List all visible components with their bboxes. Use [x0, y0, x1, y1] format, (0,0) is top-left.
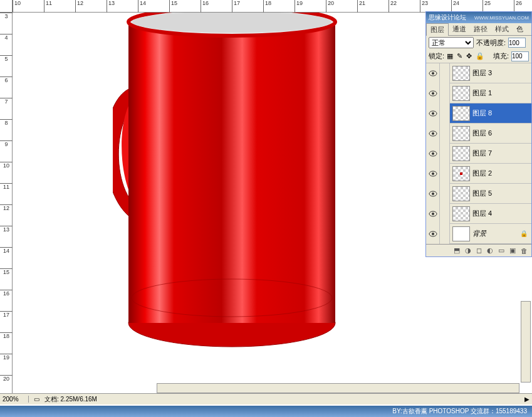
fill-label: 填充: — [493, 51, 509, 61]
visibility-toggle[interactable] — [426, 103, 440, 124]
zoom-level[interactable]: 200% — [3, 396, 29, 403]
lock-transparency-icon[interactable]: ▦ — [447, 52, 453, 60]
layer-name[interactable]: 图层 7 — [472, 149, 531, 158]
layer-name[interactable]: 背景 — [472, 229, 520, 238]
layer-thumbnail[interactable] — [452, 186, 470, 201]
new-group-icon[interactable]: ▭ — [498, 246, 504, 255]
ruler-horizontal[interactable]: 1011121314151617181920212223242526 — [13, 0, 532, 13]
layer-style-icon[interactable]: ◑ — [465, 246, 471, 255]
ruler-h-tick: 17 — [232, 0, 240, 13]
visibility-toggle[interactable] — [426, 224, 440, 244]
lock-all-icon[interactable]: 🔒 — [476, 52, 484, 60]
link-cell[interactable] — [440, 144, 450, 164]
doc-size-icon[interactable]: ▭ — [34, 396, 39, 403]
layer-row[interactable]: 图层 4 — [426, 204, 531, 224]
ruler-v-tick: 18 — [0, 332, 13, 339]
footer-credit: BY:古欲香薰 PHOTOSHOP 交流群：155189433 — [0, 406, 532, 417]
ruler-h-tick: 25 — [482, 0, 491, 13]
vertical-scrollbar[interactable] — [521, 301, 531, 383]
fill-input[interactable] — [511, 51, 529, 61]
layer-thumbnail[interactable] — [452, 166, 470, 181]
layer-row[interactable]: 图层 2 — [426, 164, 531, 184]
ruler-h-tick: 16 — [201, 0, 209, 13]
lock-fill-row: 锁定: ▦ ✎ ✥ 🔒 填充: — [426, 50, 531, 63]
link-cell[interactable] — [440, 164, 450, 184]
panel-footer: ⬒ ◑ ◻ ◐ ▭ ▣ 🗑 — [426, 244, 531, 256]
layer-mask-icon[interactable]: ◻ — [476, 246, 482, 255]
layer-name[interactable]: 图层 2 — [472, 169, 531, 178]
link-cell[interactable] — [440, 184, 450, 204]
layer-row[interactable]: 图层 1 — [426, 83, 531, 103]
link-cell[interactable] — [440, 83, 450, 103]
visibility-toggle[interactable] — [426, 144, 440, 164]
ruler-v-tick: 14 — [0, 247, 13, 254]
link-cell[interactable] — [440, 224, 450, 244]
layer-row[interactable]: 背景🔒 — [426, 224, 531, 244]
link-cell[interactable] — [440, 124, 450, 144]
opacity-input[interactable] — [508, 38, 526, 48]
cup-artwork — [113, 13, 345, 351]
svg-point-22 — [432, 233, 434, 235]
svg-point-18 — [432, 193, 434, 195]
visibility-toggle[interactable] — [426, 124, 440, 144]
link-layers-icon[interactable]: ⬒ — [454, 246, 460, 255]
svg-point-10 — [432, 112, 434, 115]
layer-name[interactable]: 图层 4 — [472, 209, 531, 218]
svg-point-16 — [432, 172, 434, 175]
layer-name[interactable]: 图层 1 — [472, 88, 531, 98]
visibility-toggle[interactable] — [426, 63, 440, 83]
ruler-h-tick: 26 — [514, 0, 522, 13]
blend-mode-select[interactable]: 正常 — [429, 37, 474, 48]
ruler-h-tick: 24 — [451, 0, 459, 13]
layer-row[interactable]: 图层 7 — [426, 144, 531, 164]
lock-icon: 🔒 — [520, 230, 528, 237]
layer-thumbnail[interactable] — [452, 126, 470, 141]
ruler-v-tick: 17 — [0, 311, 13, 318]
panel-tab-2[interactable]: 路径 — [470, 23, 491, 35]
layer-thumbnail[interactable] — [452, 106, 470, 121]
status-menu-icon[interactable]: ▶ — [524, 396, 529, 403]
lock-position-icon[interactable]: ✥ — [466, 52, 472, 60]
ruler-vertical[interactable]: 34567891011121314151617181920 — [0, 13, 13, 395]
ruler-origin[interactable] — [0, 0, 13, 13]
visibility-toggle[interactable] — [426, 184, 440, 204]
layer-row[interactable]: 图层 8 — [426, 103, 531, 124]
adjustment-layer-icon[interactable]: ◐ — [487, 246, 493, 255]
panel-tab-4[interactable]: 色 — [513, 23, 527, 35]
panel-tab-1[interactable]: 通道 — [449, 23, 470, 35]
layer-thumbnail[interactable] — [452, 86, 470, 101]
visibility-toggle[interactable] — [426, 164, 440, 184]
ruler-h-tick: 19 — [295, 0, 303, 13]
svg-rect-1 — [128, 22, 335, 323]
opacity-label: 不透明度: — [476, 38, 506, 48]
lock-paint-icon[interactable]: ✎ — [457, 52, 462, 60]
layer-thumbnail[interactable] — [452, 66, 470, 81]
layer-thumbnail[interactable] — [452, 226, 470, 241]
link-cell[interactable] — [440, 63, 450, 83]
layer-name[interactable]: 图层 6 — [472, 129, 531, 138]
link-cell[interactable] — [440, 204, 450, 224]
layer-name[interactable]: 图层 3 — [472, 68, 531, 78]
layer-name[interactable]: 图层 8 — [472, 108, 531, 118]
new-layer-icon[interactable]: ▣ — [509, 246, 516, 255]
horizontal-scrollbar[interactable] — [157, 383, 519, 393]
panel-tab-3[interactable]: 样式 — [491, 23, 513, 35]
layers-panel: 思缘设计论坛 WWW.MISSYUAN.COM 图层通道路径样式色 正常 不透明… — [425, 11, 532, 257]
panel-titlebar[interactable]: 思缘设计论坛 WWW.MISSYUAN.COM — [426, 12, 531, 23]
ruler-h-tick: 10 — [13, 0, 21, 13]
lock-label: 锁定: — [429, 51, 444, 61]
panel-tab-0[interactable]: 图层 — [426, 23, 449, 36]
layer-thumbnail[interactable] — [452, 206, 470, 221]
layer-name[interactable]: 图层 5 — [472, 189, 531, 198]
layer-row[interactable]: 图层 6 — [426, 124, 531, 144]
svg-point-8 — [432, 92, 434, 95]
delete-layer-icon[interactable]: 🗑 — [521, 247, 528, 255]
ruler-h-tick: 14 — [138, 0, 146, 13]
visibility-toggle[interactable] — [426, 83, 440, 103]
link-cell[interactable] — [440, 103, 450, 124]
layer-thumbnail[interactable] — [452, 146, 470, 161]
layer-row[interactable]: 图层 5 — [426, 184, 531, 204]
visibility-toggle[interactable] — [426, 204, 440, 224]
layer-row[interactable]: 图层 3 — [426, 63, 531, 83]
svg-point-14 — [432, 152, 434, 155]
